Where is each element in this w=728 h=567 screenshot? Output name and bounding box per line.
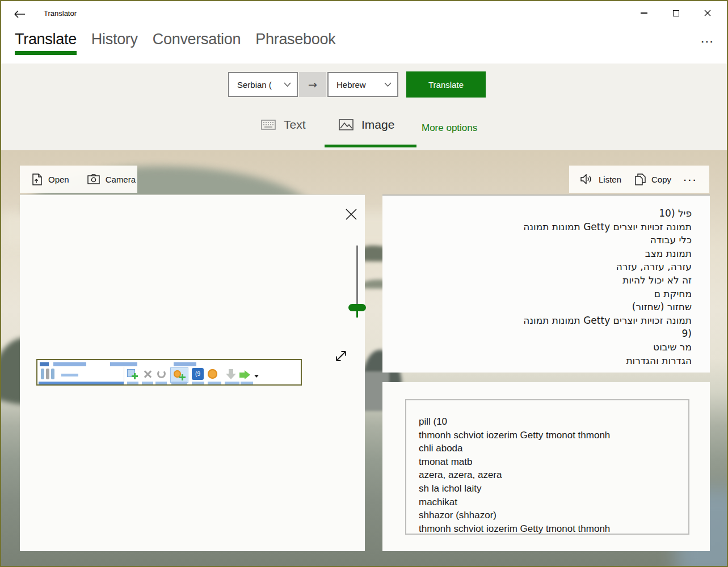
tab-text-label: Text [284, 118, 306, 132]
image-preview-panel: (9 [20, 194, 365, 551]
translation-line: תמונת מצב [394, 247, 692, 261]
transliteration-line: pill (10 [419, 415, 683, 429]
transliteration-line: tmonat matb [419, 455, 683, 469]
result-toolbar: Listen Copy ... [569, 166, 709, 193]
translation-line: פיל (10 [394, 207, 692, 221]
thumb-gear-icon [208, 369, 217, 379]
transliteration-line: thmonh schviot iozerim Getty tmonot thmo… [419, 429, 683, 442]
translation-line: עזרה, עזרה, עזרה [394, 260, 692, 274]
close-icon [704, 10, 711, 16]
slider-fill [356, 311, 358, 318]
tab-conversation-label: Conversation [153, 31, 241, 48]
thumb-label [225, 382, 239, 384]
thumb-label [142, 382, 153, 384]
active-mode-underline [325, 145, 416, 147]
direction-arrow-icon: → [299, 72, 326, 97]
slider-thumb[interactable] [348, 304, 366, 311]
thumb-refresh-icon [155, 369, 167, 379]
translate-button[interactable]: Translate [406, 71, 486, 98]
thumb-label [155, 382, 167, 384]
tab-phrasebook[interactable]: Phrasebook [255, 31, 335, 53]
thumb-forward-icon [239, 370, 250, 379]
thumb-dropdown-caret [254, 375, 259, 378]
transliteration-box: pill (10 thmonh schviot iozerim Getty tm… [405, 399, 689, 535]
translation-line: זה לא יכול להיות [394, 274, 692, 287]
result-more-button[interactable]: ... [678, 173, 706, 186]
translation-line: תמונה זכויות יוצרים Getty תמונות תמונה [394, 314, 692, 328]
minimize-icon [641, 12, 647, 14]
active-tab-underline [15, 51, 77, 55]
copy-button[interactable]: Copy [628, 166, 678, 193]
transliteration-panel: pill (10 thmonh schviot iozerim Getty tm… [382, 382, 710, 551]
tab-phrasebook-label: Phrasebook [255, 31, 335, 48]
translation-line: (9 [394, 327, 692, 341]
thumb-label [171, 382, 187, 384]
listen-button-label: Listen [599, 175, 621, 184]
controls-band: Serbian ( → Hebrew Translate Text [1, 64, 727, 150]
resize-diagonal-icon [333, 348, 349, 364]
tab-history[interactable]: History [91, 31, 138, 53]
thumb-badge: (9 [192, 368, 204, 380]
tab-history-label: History [91, 31, 138, 48]
nav-more-button[interactable]: ... [701, 34, 714, 45]
language-row: Serbian ( → Hebrew Translate [1, 71, 727, 98]
thumb-selection-bar [39, 382, 124, 384]
tab-conversation[interactable]: Conversation [153, 31, 241, 53]
image-icon [339, 119, 354, 130]
thumb-add-icon [127, 369, 138, 379]
thumb-divider [124, 367, 124, 383]
app-window: Translator Translate History Conversatio… [0, 0, 728, 567]
open-button[interactable]: Open [26, 166, 76, 193]
translation-line: תמונה זכויות יוצרים Getty תמונות תמונה [394, 221, 692, 234]
back-arrow-icon [14, 10, 26, 18]
transliteration-line: sh la ichol laity [419, 482, 683, 496]
main-nav: Translate History Conversation Phraseboo… [1, 27, 727, 64]
mode-tabs: Text Image More options [1, 110, 727, 147]
more-options-link[interactable]: More options [422, 122, 477, 134]
tab-translate[interactable]: Translate [15, 31, 77, 53]
camera-icon [87, 174, 100, 184]
speaker-icon [580, 174, 593, 184]
background-photo: Open Camera Listen [1, 150, 727, 567]
minimize-button[interactable] [628, 1, 660, 25]
copy-icon [635, 174, 646, 185]
transliterated-text: pill (10 thmonh schviot iozerim Getty tm… [419, 415, 683, 535]
title-bar: Translator [1, 1, 727, 27]
transliteration-line: chli aboda [419, 442, 683, 455]
camera-button[interactable]: Camera [81, 166, 142, 193]
open-file-icon [32, 174, 43, 185]
window-controls [628, 1, 723, 25]
translation-line: שחזור (שחזור) [394, 301, 692, 314]
thumb-tools-icon [41, 369, 54, 379]
maximize-button[interactable] [660, 1, 692, 25]
thumb-menu-item [53, 362, 86, 366]
thumb-selected-tool [170, 367, 188, 383]
listen-button[interactable]: Listen [574, 166, 628, 193]
zoom-slider[interactable] [330, 243, 385, 323]
copy-button-label: Copy [651, 175, 671, 184]
selected-image-thumbnail: (9 [36, 359, 302, 386]
thumb-menu-item [174, 362, 196, 366]
slider-track[interactable] [356, 246, 358, 308]
translation-line: הגדרות והגדרות [394, 354, 692, 368]
tab-image-mode[interactable]: Image [339, 118, 394, 139]
back-button[interactable] [11, 6, 28, 23]
translation-line: מחיקת ם [394, 287, 692, 301]
thumb-label [61, 374, 78, 376]
transliteration-line: shhazor (shhazor) [419, 509, 683, 522]
camera-button-label: Camera [106, 175, 136, 184]
translation-line: כלי עבודה [394, 234, 692, 247]
thumb-menu-item [40, 362, 49, 366]
close-preview-button[interactable] [341, 204, 361, 225]
thumb-menu-item [110, 362, 137, 366]
close-button[interactable] [692, 1, 723, 25]
expand-image-button[interactable] [331, 346, 351, 366]
target-language-select[interactable]: Hebrew [327, 72, 398, 97]
translated-text: פיל (10 תמונה זכויות יוצרים Getty תמונות… [394, 207, 692, 367]
tab-text-mode[interactable]: Text [261, 118, 306, 139]
thumb-label [208, 382, 221, 384]
thumb-delete-icon [142, 369, 153, 379]
translation-result-panel: פיל (10 תמונה זכויות יוצרים Getty תמונות… [382, 194, 710, 373]
close-icon [345, 208, 357, 221]
source-language-select[interactable]: Serbian ( [228, 72, 298, 97]
